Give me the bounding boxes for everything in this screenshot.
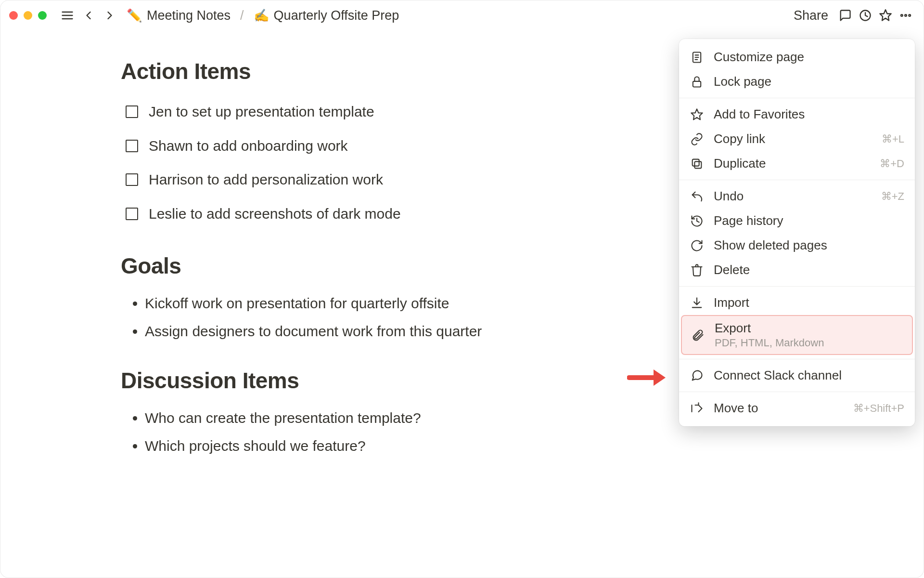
annotation-arrow-icon	[627, 366, 666, 390]
link-icon	[690, 132, 704, 146]
todo-text[interactable]: Harrison to add personalization work	[149, 169, 383, 191]
menu-copy-link[interactable]: Copy link ⌘+L	[679, 127, 915, 151]
share-button[interactable]: Share	[789, 6, 833, 25]
undo-icon	[690, 189, 704, 204]
list-item[interactable]: Which projects should we feature?	[145, 432, 626, 460]
menu-lock-page[interactable]: Lock page	[679, 69, 915, 94]
svg-marker-13	[691, 109, 702, 119]
menu-label: Undo	[714, 189, 872, 204]
nav-forward-icon[interactable]	[101, 6, 119, 25]
svg-rect-12	[693, 81, 701, 87]
svg-point-6	[905, 14, 907, 16]
menu-import[interactable]: Import	[679, 290, 915, 315]
menu-customize-page[interactable]: Customize page	[679, 45, 915, 69]
paperclip-icon	[691, 328, 705, 342]
svg-rect-14	[694, 161, 701, 168]
page-icon	[690, 50, 704, 65]
list-item[interactable]: Assign designers to document work from t…	[145, 317, 626, 345]
menu-shortcut: ⌘+D	[880, 158, 904, 170]
breadcrumb-separator: /	[238, 8, 246, 23]
breadcrumb-parent[interactable]: ✏️ Meeting Notes	[124, 6, 233, 25]
discussion-list: Who can create the presentation template…	[121, 404, 626, 460]
menu-divider	[679, 98, 915, 98]
menu-divider	[679, 392, 915, 392]
menu-divider	[679, 286, 915, 287]
comments-icon[interactable]	[836, 6, 854, 25]
menu-divider	[679, 359, 915, 359]
goals-list: Kickoff work on presentation for quarter…	[121, 289, 626, 345]
todo-item[interactable]: Harrison to add personalization work	[121, 163, 626, 197]
window-traffic-lights	[9, 11, 47, 20]
breadcrumb-parent-label: Meeting Notes	[147, 8, 231, 23]
sidebar-toggle-icon[interactable]	[58, 6, 77, 25]
checkbox-icon[interactable]	[126, 105, 138, 118]
todo-item[interactable]: Leslie to add screenshots of dark mode	[121, 197, 626, 231]
page-actions-menu: Customize page Lock page Add to Favorite…	[679, 39, 915, 426]
todo-text[interactable]: Leslie to add screenshots of dark mode	[149, 203, 401, 225]
todo-text[interactable]: Jen to set up presentation template	[149, 101, 374, 123]
menu-divider	[679, 180, 915, 180]
menu-label: Page history	[714, 213, 904, 228]
duplicate-icon	[690, 157, 704, 171]
checkbox-icon[interactable]	[126, 173, 138, 186]
trash-icon	[690, 263, 704, 277]
todo-item[interactable]: Shawn to add onboarding work	[121, 129, 626, 163]
writing-hand-icon: ✍️	[254, 8, 269, 23]
top-toolbar: ✏️ Meeting Notes / ✍️ Quarterly Offsite …	[0, 0, 924, 30]
download-icon	[690, 296, 704, 310]
svg-point-5	[901, 14, 903, 16]
menu-label: Move to	[714, 401, 844, 416]
menu-export[interactable]: Export PDF, HTML, Markdown	[681, 315, 913, 355]
list-item[interactable]: Kickoff work on presentation for quarter…	[145, 289, 626, 317]
menu-export-sub: PDF, HTML, Markdown	[715, 337, 903, 349]
todo-text[interactable]: Shawn to add onboarding work	[149, 135, 348, 158]
svg-point-7	[909, 14, 911, 16]
menu-shortcut: ⌘+L	[882, 133, 904, 145]
checkbox-icon[interactable]	[126, 208, 138, 220]
menu-label: Lock page	[714, 74, 904, 89]
menu-label: Show deleted pages	[714, 238, 904, 253]
menu-add-favorites[interactable]: Add to Favorites	[679, 102, 915, 127]
breadcrumb-current-label: Quarterly Offsite Prep	[274, 8, 399, 23]
menu-connect-slack[interactable]: Connect Slack channel	[679, 363, 915, 388]
heading-action-items[interactable]: Action Items	[121, 58, 626, 84]
breadcrumb: ✏️ Meeting Notes / ✍️ Quarterly Offsite …	[124, 6, 402, 25]
list-item[interactable]: Who can create the presentation template…	[145, 404, 626, 432]
menu-label: Duplicate	[714, 156, 870, 171]
menu-label: Import	[714, 295, 904, 310]
menu-label: Copy link	[714, 131, 872, 146]
menu-export-label: Export	[715, 321, 751, 335]
favorite-star-icon[interactable]	[876, 6, 895, 25]
svg-marker-20	[654, 369, 666, 386]
breadcrumb-current[interactable]: ✍️ Quarterly Offsite Prep	[251, 6, 402, 25]
lock-icon	[690, 75, 704, 89]
menu-label: Connect Slack channel	[714, 368, 904, 383]
more-menu-icon[interactable]	[897, 6, 915, 25]
menu-page-history[interactable]: Page history	[679, 209, 915, 233]
menu-undo[interactable]: Undo ⌘+Z	[679, 184, 915, 209]
menu-delete[interactable]: Delete	[679, 258, 915, 282]
menu-shortcut: ⌘+Shift+P	[853, 402, 904, 415]
menu-label: Customize page	[714, 50, 904, 65]
menu-shortcut: ⌘+Z	[881, 190, 904, 203]
refresh-icon	[690, 238, 704, 253]
window-close-dot[interactable]	[9, 11, 18, 20]
pencil-icon: ✏️	[127, 8, 142, 23]
menu-move-to[interactable]: Move to ⌘+Shift+P	[679, 396, 915, 420]
menu-label: Add to Favorites	[714, 107, 904, 122]
history-icon	[690, 214, 704, 228]
heading-goals[interactable]: Goals	[121, 253, 626, 279]
nav-back-icon[interactable]	[79, 6, 98, 25]
window-zoom-dot[interactable]	[38, 11, 47, 20]
move-arrow-icon	[690, 401, 704, 416]
menu-duplicate[interactable]: Duplicate ⌘+D	[679, 151, 915, 176]
menu-label: Export PDF, HTML, Markdown	[715, 321, 903, 349]
todo-item[interactable]: Jen to set up presentation template	[121, 95, 626, 129]
window-minimize-dot[interactable]	[24, 11, 32, 20]
svg-marker-4	[880, 10, 891, 20]
menu-show-deleted[interactable]: Show deleted pages	[679, 233, 915, 258]
updates-clock-icon[interactable]	[856, 6, 874, 25]
checkbox-icon[interactable]	[126, 140, 138, 152]
chat-icon	[690, 368, 704, 383]
heading-discussion-items[interactable]: Discussion Items	[121, 368, 626, 394]
